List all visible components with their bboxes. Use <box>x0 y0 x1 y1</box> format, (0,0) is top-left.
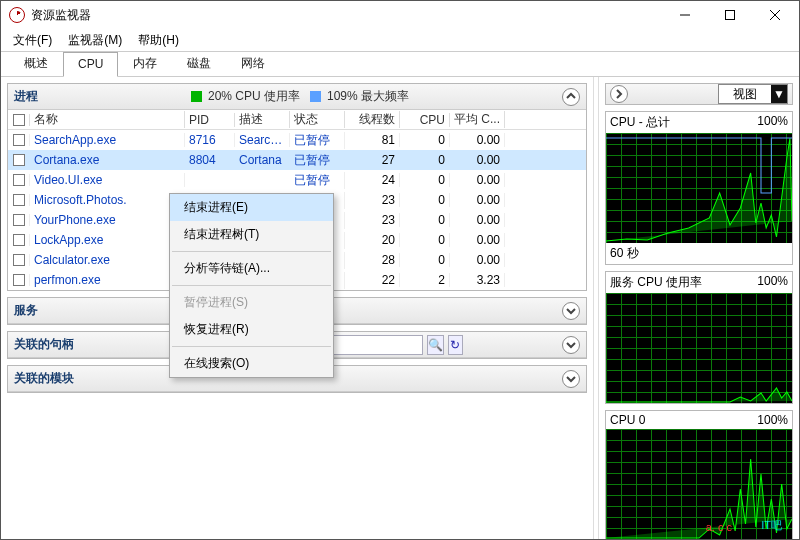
cell-avg: 0.00 <box>450 193 505 207</box>
col-avg[interactable]: 平均 C... <box>450 111 505 128</box>
close-button[interactable] <box>752 1 797 29</box>
search-button[interactable]: 🔍 <box>427 335 444 355</box>
search-next-button[interactable]: ↻ <box>448 335 463 355</box>
cell-name: perfmon.exe <box>30 273 185 287</box>
col-threads[interactable]: 线程数 <box>345 111 400 128</box>
tab-disk[interactable]: 磁盘 <box>172 50 226 77</box>
tab-cpu[interactable]: CPU <box>63 52 118 77</box>
expand-icon[interactable] <box>562 302 580 320</box>
minimize-button[interactable] <box>662 1 707 29</box>
app-icon <box>9 7 25 23</box>
graph-cpu0: CPU 0100% a. c c IT吧 <box>605 410 793 539</box>
divider <box>172 285 331 286</box>
cell-threads: 23 <box>345 213 400 227</box>
cell-cpu: 0 <box>400 153 450 167</box>
cell-status: 已暂停 <box>290 152 345 169</box>
cell-threads: 22 <box>345 273 400 287</box>
cell-cpu: 0 <box>400 213 450 227</box>
graph-plot: a. c c IT吧 <box>606 429 792 539</box>
graph-service-cpu: 服务 CPU 使用率100% <box>605 271 793 404</box>
cell-pid: 8716 <box>185 133 235 147</box>
cell-threads: 24 <box>345 173 400 187</box>
process-panel-header[interactable]: 进程 20% CPU 使用率 109% 最大频率 <box>8 84 586 110</box>
ctx-suspend: 暂停进程(S) <box>170 289 333 316</box>
cell-threads: 28 <box>345 253 400 267</box>
table-row[interactable]: Video.UI.exe已暂停2400.00 <box>8 170 586 190</box>
view-button[interactable]: 视图 ▼ <box>718 84 788 104</box>
cell-avg: 0.00 <box>450 133 505 147</box>
row-checkbox[interactable] <box>8 234 30 246</box>
window: 资源监视器 文件(F) 监视器(M) 帮助(H) 概述 CPU 内存 磁盘 网络… <box>0 0 800 540</box>
right-toolbar: 视图 ▼ <box>605 83 793 105</box>
right-pane: 视图 ▼ CPU - 总计100% 60 秒 服务 CPU 使用率100% <box>599 77 799 539</box>
ctx-end-tree[interactable]: 结束进程树(T) <box>170 221 333 248</box>
tab-network[interactable]: 网络 <box>226 50 280 77</box>
col-cpu[interactable]: CPU <box>400 113 450 127</box>
cell-cpu: 2 <box>400 273 450 287</box>
graph-footer: 60 秒 <box>606 243 792 264</box>
collapse-icon[interactable] <box>562 88 580 106</box>
maximize-button[interactable] <box>707 1 752 29</box>
menu-file[interactable]: 文件(F) <box>7 30 58 51</box>
divider <box>172 346 331 347</box>
graph-max: 100% <box>757 114 788 131</box>
cell-cpu: 0 <box>400 253 450 267</box>
col-desc[interactable]: 描述 <box>235 111 290 128</box>
cell-avg: 3.23 <box>450 273 505 287</box>
col-pid[interactable]: PID <box>185 113 235 127</box>
col-checkbox[interactable] <box>8 114 30 126</box>
table-row[interactable]: Cortana.exe8804Cortana已暂停2700.00 <box>8 150 586 170</box>
cell-avg: 0.00 <box>450 173 505 187</box>
cell-name: Microsoft.Photos. <box>30 193 185 207</box>
col-status[interactable]: 状态 <box>290 111 345 128</box>
graph-title: 服务 CPU 使用率 <box>610 274 702 291</box>
row-checkbox[interactable] <box>8 214 30 226</box>
cell-cpu: 0 <box>400 133 450 147</box>
search-icon: 🔍 <box>428 338 443 352</box>
tabs: 概述 CPU 内存 磁盘 网络 <box>1 51 799 77</box>
expand-icon[interactable] <box>562 370 580 388</box>
cell-avg: 0.00 <box>450 233 505 247</box>
cpu-usage-text: 20% CPU 使用率 <box>208 88 300 105</box>
row-checkbox[interactable] <box>8 154 30 166</box>
dropdown-icon: ▼ <box>771 85 787 103</box>
svg-rect-0 <box>725 11 734 20</box>
max-freq-text: 109% 最大频率 <box>327 88 409 105</box>
row-checkbox[interactable] <box>8 194 30 206</box>
graph-title: CPU 0 <box>610 413 645 427</box>
ctx-resume[interactable]: 恢复进程(R) <box>170 316 333 343</box>
divider <box>172 251 331 252</box>
row-checkbox[interactable] <box>8 174 30 186</box>
watermark-text: a. c c <box>706 521 732 533</box>
watermark-text: IT吧 <box>761 518 782 533</box>
max-freq-indicator: 109% 最大频率 <box>310 88 409 105</box>
view-label: 视图 <box>719 86 771 103</box>
col-name[interactable]: 名称 <box>30 111 185 128</box>
ctx-end-process[interactable]: 结束进程(E) <box>170 194 333 221</box>
ctx-wait-chain[interactable]: 分析等待链(A)... <box>170 255 333 282</box>
cell-threads: 20 <box>345 233 400 247</box>
tab-overview[interactable]: 概述 <box>9 50 63 77</box>
row-checkbox[interactable] <box>8 274 30 286</box>
collapse-right-icon[interactable] <box>610 85 628 103</box>
process-panel-title: 进程 <box>14 88 38 105</box>
ctx-search-online[interactable]: 在线搜索(O) <box>170 350 333 377</box>
cell-cpu: 0 <box>400 233 450 247</box>
window-buttons <box>662 1 797 29</box>
arrow-icon: ↻ <box>450 338 460 352</box>
blue-swatch-icon <box>310 91 321 102</box>
cell-threads: 27 <box>345 153 400 167</box>
row-checkbox[interactable] <box>8 254 30 266</box>
cell-cpu: 0 <box>400 173 450 187</box>
expand-icon[interactable] <box>562 336 580 354</box>
menubar: 文件(F) 监视器(M) 帮助(H) <box>1 29 799 51</box>
cell-name: LockApp.exe <box>30 233 185 247</box>
row-checkbox[interactable] <box>8 134 30 146</box>
menu-help[interactable]: 帮助(H) <box>132 30 185 51</box>
cell-name: Video.UI.exe <box>30 173 185 187</box>
menu-monitor[interactable]: 监视器(M) <box>62 30 128 51</box>
process-table-header: 名称 PID 描述 状态 线程数 CPU 平均 C... <box>8 110 586 130</box>
cell-avg: 0.00 <box>450 213 505 227</box>
tab-memory[interactable]: 内存 <box>118 50 172 77</box>
table-row[interactable]: SearchApp.exe8716Search...已暂停8100.00 <box>8 130 586 150</box>
